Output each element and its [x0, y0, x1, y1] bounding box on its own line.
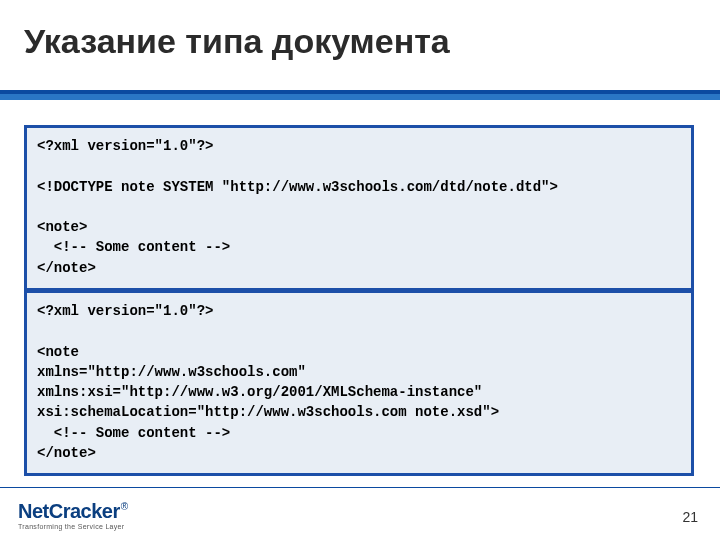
- logo-part1: Net: [18, 500, 49, 522]
- bar-light: [0, 94, 720, 100]
- footer-divider: [0, 487, 720, 488]
- title-underline-bar: [0, 90, 720, 100]
- code-box-dtd: <?xml version="1.0"?> <!DOCTYPE note SYS…: [24, 125, 694, 291]
- slide-title: Указание типа документа: [24, 22, 450, 61]
- page-number: 21: [682, 509, 698, 525]
- slide: Указание типа документа <?xml version="1…: [0, 0, 720, 540]
- logo-text: NetCracker: [18, 500, 120, 522]
- logo-tagline: Transforming the Service Layer: [18, 523, 128, 530]
- netcracker-logo: NetCracker® Transforming the Service Lay…: [18, 501, 128, 530]
- code-box-xsd: <?xml version="1.0"?> <note xmlns="http:…: [24, 290, 694, 476]
- registered-mark: ®: [120, 501, 128, 512]
- logo-part2: Cracker: [49, 500, 120, 522]
